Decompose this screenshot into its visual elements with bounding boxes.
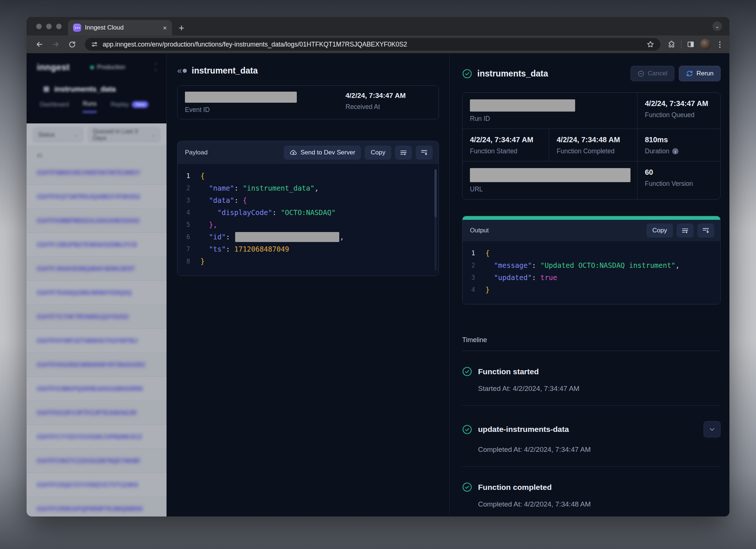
run-id-link[interactable]: 01HTFHYWF32TSB9HGT01F58TBJ: [37, 337, 137, 344]
url-bar[interactable]: app.inngest.com/env/production/functions…: [85, 38, 660, 51]
run-list-item[interactable]: 01HTFEG3FVJP7FZJP7EA5KN3JR: [27, 401, 166, 425]
run-list-item[interactable]: 01HTFCR9KAPQP0R8P7K3MQNMX8: [27, 497, 166, 516]
line-number: 2: [178, 182, 200, 194]
output-card: Output Copy 1{2 "message": "Updated OCTO…: [462, 216, 721, 304]
run-title: instruments_data: [477, 69, 548, 79]
profile-avatar[interactable]: [700, 39, 711, 50]
run-id-link[interactable]: 01HTF7DA6Q2385JWNHYE9Q2Q: [37, 289, 132, 296]
duration-value: 810ms: [645, 136, 713, 144]
menu-kebab-icon[interactable]: ⋮: [716, 40, 724, 49]
run-id-link[interactable]: 01HTFHXGR0CWNHSWY8T3NAVGRC: [37, 361, 146, 368]
function-completed-value: 4/2/24, 7:34:48 AM: [557, 136, 630, 144]
cloud-download-icon: [290, 149, 297, 156]
timeline-item-title: Function completed: [478, 483, 552, 492]
run-id-link[interactable]: 01HTFCR9KAPQP0R8P7K3MQNMX8: [37, 505, 142, 512]
timeline-item-title: Function started: [478, 367, 539, 376]
side-panel-icon[interactable]: [687, 40, 695, 48]
timeline-item-timestamp: Completed At: 4/2/2024, 7:34:47 AM: [478, 446, 721, 454]
run-id-link[interactable]: 01HTFEG3FVJP7FZJP7EA5KN3JR: [37, 409, 137, 416]
run-id-link[interactable]: 01HTFN86XV8CXW87657W7E3WDY: [37, 169, 140, 176]
run-list-item[interactable]: 01HTFG3BKPQSR9E4A91GBRARRN: [27, 377, 166, 401]
run-list-item[interactable]: 01HTFJ3B1PB27EWGK5Z086JYC8: [27, 233, 166, 257]
tab-replay[interactable]: Replay New: [111, 102, 149, 113]
tab-title: Inngest Cloud: [85, 24, 159, 31]
send-to-dev-server-button[interactable]: Send to Dev Server: [284, 146, 361, 160]
back-icon[interactable]: [32, 37, 47, 51]
run-id-link[interactable]: 01HTFKMBPMD0ZAJ4AG04K03A02: [37, 217, 140, 224]
code-line: 2 "name": "instrument_data",: [178, 182, 439, 194]
payload-expand-icon[interactable]: [416, 146, 433, 160]
inngest-app: inngest Production ⌃⌄ instruments_data D…: [27, 53, 729, 516]
timeline-item-header: Function started: [462, 366, 721, 376]
run-list-item[interactable]: 01HTFJ94AVE08Q48AF4DM13E9T: [27, 257, 166, 281]
tab-dashboard[interactable]: Dashboard: [40, 102, 69, 113]
environment-selector[interactable]: Production: [90, 64, 126, 71]
environment-name: Production: [97, 64, 126, 71]
line-number: 3: [463, 272, 485, 284]
date-range-dropdown[interactable]: Queued in Last 3 Days⌄: [88, 128, 160, 142]
timeline-item: update-instruments-dataCompleted At: 4/2…: [462, 406, 721, 467]
rerun-button[interactable]: Rerun: [679, 66, 721, 81]
tab-runs[interactable]: Runs: [83, 102, 96, 113]
timeline-expand-button[interactable]: [704, 421, 721, 437]
reload-icon[interactable]: [65, 37, 79, 51]
run-id-link[interactable]: 01HTFG3BKPQSR9E4A91GBRARRN: [37, 385, 143, 392]
status-filter-dropdown[interactable]: Status⌄: [33, 128, 83, 142]
run-list-item[interactable]: 01HTFHYWF32TSB9HGT01F58TBJ: [27, 329, 166, 353]
timeline-item-header: update-instruments-data: [462, 421, 721, 437]
run-list-item[interactable]: 01HTFKMBPMD0ZAJ4AG04K03A02: [27, 209, 166, 233]
url-text[interactable]: app.inngest.com/env/production/functions…: [103, 41, 642, 48]
new-badge: New: [132, 101, 148, 108]
cancel-button[interactable]: Cancel: [630, 66, 674, 81]
step-success-icon: [462, 366, 472, 376]
run-list-item[interactable]: 01HTFHXGR0CWNHSWY8T3NAVGRC: [27, 353, 166, 377]
sidebar-header: inngest Production ⌃⌄ instruments_data D…: [27, 53, 166, 123]
step-success-icon: [462, 482, 472, 492]
code-scrollbar-thumb[interactable]: [434, 169, 437, 217]
duration-info-icon[interactable]: i: [672, 148, 678, 154]
run-id-link[interactable]: 01HTFJ94AVE08Q48AF4DM13E9T: [37, 265, 135, 272]
tab-search-icon[interactable]: ⌄: [712, 21, 722, 31]
output-code-viewer[interactable]: 1{2 "message": "Updated OCTO:NASDAQ inst…: [463, 241, 720, 304]
tab-close-icon[interactable]: ×: [163, 24, 167, 31]
run-list-item[interactable]: 01HTF7DA6Q2385JWNHYE9Q2Q: [27, 281, 166, 305]
payload-wrap-text-icon[interactable]: [395, 146, 412, 160]
code-line: 7 "ts": 1712068487049: [178, 243, 439, 255]
payload-code-editor[interactable]: 1{2 "name": "instrument_data",3 "data": …: [178, 164, 439, 276]
forward-icon[interactable]: [49, 37, 63, 51]
runs-filter-bar: Status⌄ Queued in Last 3 Days⌄: [27, 123, 166, 146]
url-label: URL: [470, 185, 630, 193]
run-id-link[interactable]: 01HTFCYYZGYGVGDKJVP82NKXCZ: [37, 433, 142, 440]
environment-dot-icon: [90, 66, 94, 69]
id-column-header: ID: [37, 152, 166, 158]
output-wrap-text-icon[interactable]: [677, 224, 694, 238]
run-list-item[interactable]: 01HTFC5QG7ZYVXNZVC7VT1Z4K6: [27, 473, 166, 497]
code-redacted-value: [235, 232, 339, 242]
run-details-panel: instruments_data Cancel Rerun: [450, 53, 729, 516]
run-list-item[interactable]: 01HTFKQT1M7RSJQABEXYF0K0S2: [27, 185, 166, 209]
new-tab-button[interactable]: +: [179, 23, 184, 33]
run-list-item[interactable]: 01HTF7C7HF7RVN051Q3YD2S3: [27, 305, 166, 329]
site-settings-icon[interactable]: [91, 41, 98, 48]
output-copy-button[interactable]: Copy: [646, 224, 673, 238]
traffic-lights[interactable]: [36, 24, 62, 29]
extensions-icon[interactable]: [668, 40, 676, 48]
run-id-link[interactable]: 01HTFKQT1M7RSJQABEXYF0K0S2: [37, 193, 140, 200]
environment-switch-icon[interactable]: ⌃⌄: [154, 64, 158, 71]
run-list-item[interactable]: 01HTFN86XV8CXW87657W7E3WDY: [27, 161, 166, 185]
payload-copy-button[interactable]: Copy: [365, 146, 391, 160]
toolbar-divider: [681, 40, 681, 48]
run-list-item[interactable]: 01HTFCWZ7CZ2X3AZM79QEYNH8F: [27, 449, 166, 473]
run-id-link[interactable]: 01HTF7C7HF7RVN051Q3YD2S3: [37, 313, 128, 320]
inngest-logo[interactable]: inngest: [37, 62, 70, 72]
run-id-link[interactable]: 01HTFJ3B1PB27EWGK5Z086JYC8: [37, 241, 137, 248]
function-square-icon: [44, 86, 49, 92]
run-list-item[interactable]: 01HTFCYYZGYGVGDKJVP82NKXCZ: [27, 425, 166, 449]
function-completed-label: Function Completed: [557, 147, 630, 155]
browser-tab[interactable]: Inngest Cloud ×: [68, 20, 172, 35]
run-id-link[interactable]: 01HTFC5QG7ZYVXNZVC7VT1Z4K6: [37, 481, 138, 488]
code-text: }: [485, 284, 489, 296]
output-expand-icon[interactable]: [697, 224, 714, 238]
run-id-link[interactable]: 01HTFCWZ7CZ2X3AZM79QEYNH8F: [37, 457, 141, 464]
bookmark-star-icon[interactable]: [646, 40, 654, 48]
